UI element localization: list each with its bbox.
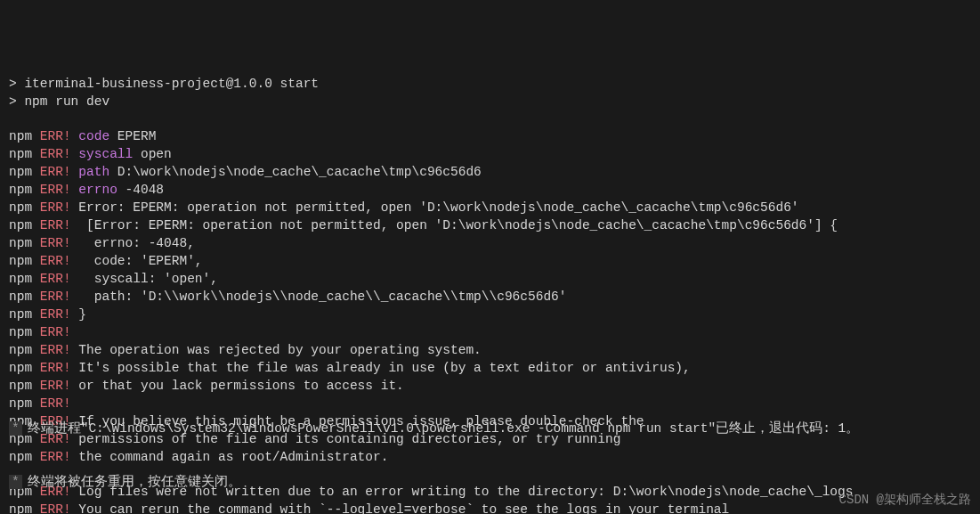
bullet-icon: * <box>9 475 22 489</box>
terminal-line: > npm run dev <box>9 93 971 110</box>
terminal-line: npm ERR! [Error: EPERM: operation not pe… <box>9 216 971 234</box>
terminal-line: npm ERR! code: 'EPERM', <box>9 252 971 270</box>
footer-line-2: 终端将被任务重用，按任意键关闭。 <box>28 475 241 489</box>
terminal-line: npm ERR! path D:\work\nodejs\node_cache\… <box>9 163 971 181</box>
terminal-line: npm ERR! } <box>9 306 971 323</box>
terminal-footer: *终端进程"C:\Windows\System32\WindowsPowerSh… <box>9 384 971 509</box>
terminal-line: npm ERR! The operation was rejected by y… <box>9 341 971 359</box>
terminal-line: npm ERR! Error: EPERM: operation not per… <box>9 199 971 216</box>
bullet-icon: * <box>9 421 22 436</box>
terminal-line: npm ERR! errno: -4048, <box>9 234 971 252</box>
terminal-line: > iterminal-business-project@1.0.0 start <box>9 75 971 93</box>
terminal-line: npm ERR! <box>9 323 971 341</box>
terminal-line: npm ERR! code EPERM <box>9 127 971 145</box>
terminal-line: npm ERR! syscall: 'open', <box>9 270 971 288</box>
watermark: CSDN @架构师全栈之路 <box>839 492 971 509</box>
terminal-line: npm ERR! It's possible that the file was… <box>9 359 971 377</box>
terminal-line: npm ERR! syscall open <box>9 145 971 163</box>
terminal-line: npm ERR! path: 'D:\\work\\nodejs\\node_c… <box>9 288 971 306</box>
footer-line-1: 终端进程"C:\Windows\System32\WindowsPowerShe… <box>28 421 860 436</box>
terminal-line: npm ERR! errno -4048 <box>9 181 971 199</box>
